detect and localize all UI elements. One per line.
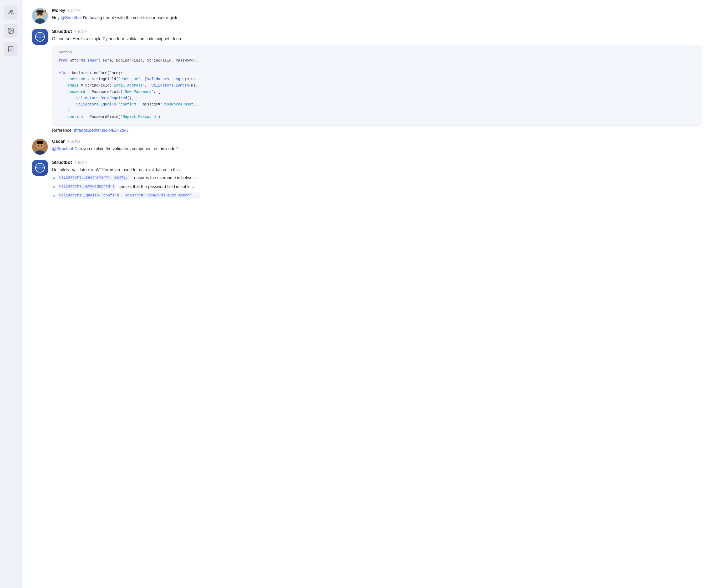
morey-avatar-art: ✌ bbox=[32, 8, 48, 24]
svg-rect-12 bbox=[37, 14, 39, 16]
message-row: Structbot 6:10 PM Of course! Here's a si… bbox=[32, 29, 702, 133]
chat-area: ✌ Morey 6:10 PM Hey @Structbot I'm havin… bbox=[22, 0, 712, 588]
sidebar bbox=[0, 0, 22, 588]
message-row: ✌ Morey 6:10 PM Hey @Structbot I'm havin… bbox=[32, 8, 702, 24]
image-icon bbox=[7, 27, 14, 34]
sidebar-people-button[interactable] bbox=[4, 5, 18, 19]
bullet-code: validators.EqualTo('confirm', message='P… bbox=[58, 192, 200, 198]
structbot-icon bbox=[35, 163, 45, 173]
svg-rect-13 bbox=[40, 14, 43, 16]
svg-point-30 bbox=[43, 145, 44, 147]
message-time: 6:10 PM bbox=[68, 9, 81, 13]
oscar-avatar-art bbox=[32, 139, 48, 155]
message-content: Structbot 6:10 PM Of course! Here's a si… bbox=[52, 29, 702, 133]
list-item: validators.Length(min=4, max=25) ensures… bbox=[53, 175, 702, 182]
avatar bbox=[32, 29, 48, 45]
bullet-text: ensures the username is betwe... bbox=[134, 175, 196, 181]
message-content: Oscar 6:10 PM @Structbot Can you explain… bbox=[52, 139, 702, 152]
reference-link[interactable]: threads.aether.ai/kb/t/2K2d47 bbox=[74, 128, 129, 132]
svg-point-31 bbox=[38, 145, 39, 146]
message-author: Oscar bbox=[52, 139, 65, 144]
code-content: from wtforms import Form, BooleanField, … bbox=[59, 58, 695, 120]
message-text: Definitely! Validators in WTForms are us… bbox=[52, 167, 702, 173]
bullet-text: checks that the password field is not le… bbox=[118, 184, 194, 190]
message-content: Morey 6:10 PM Hey @Structbot I'm having … bbox=[52, 8, 702, 21]
message-header: Structbot 6:10 PM bbox=[52, 160, 702, 165]
message-header: Structbot 6:10 PM bbox=[52, 29, 702, 34]
svg-rect-17 bbox=[46, 10, 47, 12]
message-text: Hey @Structbot I'm having trouble with t… bbox=[52, 15, 702, 21]
message-content: Structbot 6:10 PM Definitely! Validators… bbox=[52, 160, 702, 200]
message-time: 6:10 PM bbox=[75, 161, 87, 165]
svg-point-32 bbox=[41, 145, 42, 146]
reference-text: Reference: threads.aether.ai/kb/t/2K2d47 bbox=[52, 127, 702, 133]
code-block: python from wtforms import Form, Boolean… bbox=[52, 45, 702, 126]
structbot-icon bbox=[35, 32, 45, 42]
message-row: Structbot 6:10 PM Definitely! Validators… bbox=[32, 160, 702, 200]
message-header: Oscar 6:10 PM bbox=[52, 139, 702, 144]
document-icon bbox=[7, 46, 14, 52]
message-time: 6:10 PM bbox=[75, 30, 87, 34]
code-language-label: python bbox=[59, 50, 695, 55]
svg-point-20 bbox=[39, 36, 41, 38]
bullet-code: validators.DataRequired() bbox=[58, 184, 116, 190]
message-author: Morey bbox=[52, 8, 65, 13]
bullet-list: validators.Length(min=4, max=25) ensures… bbox=[52, 175, 702, 200]
sidebar-documents-button[interactable] bbox=[4, 42, 18, 56]
people-icon bbox=[7, 9, 14, 16]
message-author: Structbot bbox=[52, 29, 72, 34]
list-item: validators.EqualTo('confirm', message='P… bbox=[53, 192, 702, 200]
svg-point-3 bbox=[9, 29, 10, 30]
sidebar-media-button[interactable] bbox=[4, 24, 18, 38]
avatar bbox=[32, 139, 48, 155]
message-author: Structbot bbox=[52, 160, 72, 165]
svg-point-0 bbox=[9, 10, 11, 12]
bullet-code: validators.Length(min=4, max=25) bbox=[58, 175, 131, 181]
mention: @Structbot bbox=[52, 146, 73, 151]
message-time: 6:10 PM bbox=[67, 140, 80, 144]
avatar bbox=[32, 160, 48, 176]
svg-point-1 bbox=[11, 10, 13, 12]
avatar: ✌ bbox=[32, 8, 48, 24]
svg-point-35 bbox=[39, 167, 41, 169]
list-item: validators.DataRequired() checks that th… bbox=[53, 184, 702, 190]
message-text: @Structbot Can you explain the validator… bbox=[52, 146, 702, 152]
message-row: Oscar 6:10 PM @Structbot Can you explain… bbox=[32, 139, 702, 155]
message-text: Of course! Here's a simple Python form v… bbox=[52, 36, 702, 42]
svg-point-29 bbox=[36, 145, 37, 147]
svg-point-11 bbox=[36, 10, 44, 14]
mention: @Structbot bbox=[61, 16, 82, 20]
message-header: Morey 6:10 PM bbox=[52, 8, 702, 13]
svg-point-28 bbox=[37, 141, 43, 144]
